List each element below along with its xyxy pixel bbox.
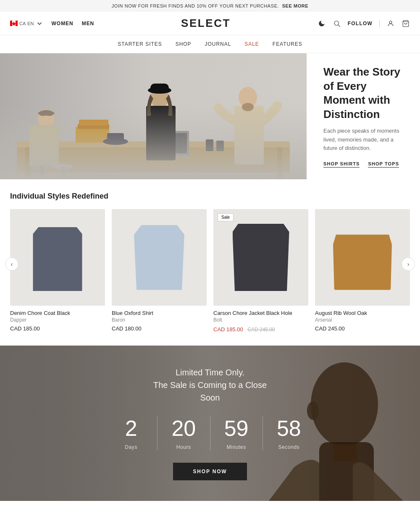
search-icon[interactable] xyxy=(333,19,341,28)
nav-right: FOLLOW xyxy=(318,19,410,28)
banner-text: JOIN NOW FOR FRESH FINDS AND 10% OFF YOU… xyxy=(112,3,279,8)
minutes-label: Minutes xyxy=(215,444,258,450)
svg-point-36 xyxy=(311,362,378,446)
svg-rect-34 xyxy=(61,167,65,179)
dark-mode-icon[interactable] xyxy=(318,19,326,28)
countdown-title-line3: Soon xyxy=(200,393,220,402)
svg-point-2 xyxy=(334,21,339,26)
product-image-1 xyxy=(10,209,105,306)
hero-body: Each piece speaks of moments lived, memo… xyxy=(323,127,403,153)
days-label: Days xyxy=(109,444,153,450)
countdown-hours: 20 Hours xyxy=(158,417,210,450)
countdown-seconds: 58 Seconds xyxy=(263,417,315,450)
svg-point-31 xyxy=(32,164,52,169)
chevron-down-icon xyxy=(36,20,43,27)
product-card-2[interactable]: Blue Oxford Shirt Baron CAD 180.00 xyxy=(112,209,207,333)
svg-rect-13 xyxy=(78,124,109,129)
bag-svg xyxy=(402,20,410,27)
product-brand-2: Baron xyxy=(112,317,207,323)
site-logo[interactable]: SELECT xyxy=(181,17,231,30)
svg-rect-27 xyxy=(150,84,169,92)
subnav-journal[interactable]: JOURNAL xyxy=(205,41,231,47)
svg-rect-10 xyxy=(25,147,30,179)
svg-rect-38 xyxy=(334,444,357,461)
product-visual-2 xyxy=(134,225,184,290)
svg-rect-18 xyxy=(206,139,213,151)
nav-divider xyxy=(379,20,380,27)
top-banner: JOIN NOW FOR FRESH FINDS AND 10% OFF YOU… xyxy=(0,0,420,12)
sale-badge-3: Sale xyxy=(218,213,234,221)
product-name-4: August Rib Wool Oak xyxy=(315,310,410,316)
svg-rect-9 xyxy=(17,147,290,173)
svg-rect-14 xyxy=(79,120,108,126)
product-visual-1 xyxy=(30,224,85,291)
svg-point-20 xyxy=(103,138,128,145)
hero-text: Wear the Story of Every Moment with Dist… xyxy=(307,65,420,168)
countdown-section: Limited Time Only. The Sale is Coming to… xyxy=(0,346,420,501)
countdown-title-line1: Limited Time Only. xyxy=(176,368,244,377)
subnav-sale[interactable]: SALE xyxy=(244,41,259,47)
svg-point-4 xyxy=(389,21,392,24)
shop-now-button[interactable]: SHOP NOW xyxy=(173,463,247,480)
product-card-1[interactable]: Denim Chore Coat Black Dapper CAD 185.00 xyxy=(10,209,105,333)
nav-left: CA EN WOMEN MEN xyxy=(10,20,94,27)
banner-cta[interactable]: SEE MORE xyxy=(282,3,308,8)
countdown-title: Limited Time Only. The Sale is Coming to… xyxy=(105,366,315,404)
svg-rect-16 xyxy=(153,133,187,153)
flag-label: CA xyxy=(19,21,26,26)
svg-point-28 xyxy=(239,87,257,108)
svg-rect-29 xyxy=(234,106,264,165)
shop-tops-link[interactable]: SHOP TOPS xyxy=(368,161,399,168)
svg-rect-32 xyxy=(40,167,44,179)
carousel-next-button[interactable]: › xyxy=(402,257,415,271)
product-card-4[interactable]: August Rib Wool Oak Arsenal CAD 245.00 xyxy=(315,209,410,333)
hero-image xyxy=(0,53,307,179)
svg-rect-11 xyxy=(277,147,282,179)
products-section-title: Individual Styles Redefined xyxy=(10,192,410,201)
main-nav: CA EN WOMEN MEN SELECT FOLLOW xyxy=(0,12,420,35)
hours-number: 20 xyxy=(162,417,205,440)
svg-line-3 xyxy=(338,25,340,26)
svg-rect-8 xyxy=(17,141,290,147)
carousel-prev-button[interactable]: ‹ xyxy=(5,257,18,271)
locale-selector[interactable]: CA EN xyxy=(10,20,43,27)
subnav-shop[interactable]: SHOP xyxy=(176,41,192,47)
product-name-2: Blue Oxford Shirt xyxy=(112,310,207,316)
svg-rect-25 xyxy=(146,106,176,160)
follow-button[interactable]: FOLLOW xyxy=(348,21,373,26)
product-visual-4 xyxy=(333,225,392,290)
svg-point-33 xyxy=(53,164,73,169)
product-visual-3 xyxy=(233,224,289,291)
product-image-3: Sale xyxy=(213,209,308,306)
product-image-4 xyxy=(315,209,410,306)
svg-rect-21 xyxy=(107,133,124,142)
product-price-4: CAD 245.00 xyxy=(315,325,410,332)
product-name-1: Denim Chore Coat Black xyxy=(10,310,105,316)
svg-rect-17 xyxy=(145,155,191,157)
shop-shirts-link[interactable]: SHOP SHIRTS xyxy=(323,161,360,168)
subnav-features[interactable]: FEATURES xyxy=(273,41,302,47)
seconds-number: 58 xyxy=(267,417,311,440)
product-brand-3: Bolt xyxy=(213,317,308,323)
countdown-minutes: 59 Minutes xyxy=(210,417,263,450)
products-grid: ‹ Denim Chore Coat Black Dapper CAD 185.… xyxy=(10,209,410,333)
product-brand-4: Arsenal xyxy=(315,317,410,323)
nav-men[interactable]: MEN xyxy=(82,21,94,26)
hero-title: Wear the Story of Every Moment with Dist… xyxy=(323,65,403,122)
product-card-3[interactable]: Sale Carson Chore Jacket Black Hole Bolt… xyxy=(213,209,308,333)
hero-links: SHOP SHIRTS SHOP TOPS xyxy=(323,161,403,168)
product-brand-1: Dapper xyxy=(10,317,105,323)
moon-icon xyxy=(318,20,326,27)
svg-rect-15 xyxy=(151,131,189,155)
lang-label: EN xyxy=(27,21,34,26)
seconds-label: Seconds xyxy=(267,444,311,450)
product-price-2: CAD 180.00 xyxy=(112,325,207,332)
account-icon[interactable] xyxy=(386,19,395,28)
hero-scene-svg xyxy=(0,53,307,179)
search-svg xyxy=(333,20,341,27)
cart-icon[interactable] xyxy=(402,19,410,28)
svg-rect-23 xyxy=(29,125,59,167)
nav-women[interactable]: WOMEN xyxy=(52,21,74,26)
subnav-starter-sites[interactable]: STARTER SITES xyxy=(118,41,162,47)
product-price-1: CAD 185.00 xyxy=(10,325,105,332)
